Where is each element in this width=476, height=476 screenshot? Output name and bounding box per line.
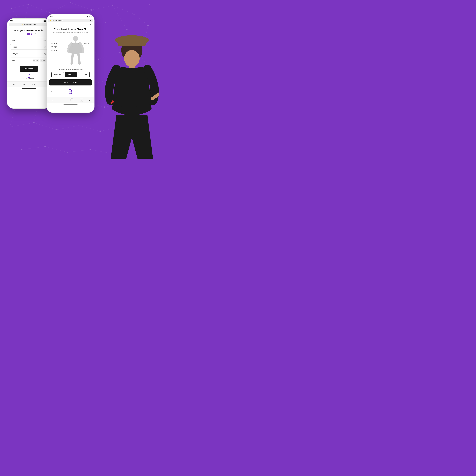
weight-label: Weight (12, 52, 44, 55)
fit-label-chest-left: Just Right (51, 46, 57, 48)
status-bar-back: 3:30 ▮▮▮ ▲ (7, 19, 51, 22)
weight-field[interactable]: Weight kg (10, 51, 48, 56)
body-figure-svg (63, 35, 88, 67)
unit-toggle[interactable]: imperial metric (10, 33, 48, 35)
phone-front: 3:30 ▮▮▮ ▲ ▪▪ 🔒 boldmetrics.com ⬆ ✕ Your… (47, 14, 95, 113)
svg-line-97 (45, 147, 68, 152)
svg-line-56 (113, 6, 134, 14)
svg-line-88 (10, 123, 34, 127)
svg-line-52 (28, 4, 49, 13)
home-indicator-back (22, 88, 36, 89)
cup-label: cup (41, 60, 44, 61)
fit-label-shoulder-left: Just Right (51, 42, 57, 44)
imperial-label: imperial (21, 33, 26, 35)
signal-icon-front: ▮▮▮ (85, 16, 88, 17)
phone-back: 3:30 ▮▮▮ ▲ 🔒 boldmetrics.com Input your … (7, 18, 51, 109)
add-nav-btn-front[interactable]: + (70, 98, 74, 102)
svg-line-99 (90, 150, 113, 154)
svg-point-13 (105, 22, 106, 23)
toggle-track[interactable] (27, 33, 32, 35)
svg-line-75 (96, 78, 117, 83)
back-nav-btn[interactable]: ← (12, 83, 16, 86)
result-title-bold: Size S. (77, 28, 87, 31)
result-title-normal: Your best fit is a (54, 28, 77, 31)
lock-icon: 🔒 (22, 24, 24, 25)
band-chevron: ▾ (37, 60, 38, 61)
height-label: Height (12, 46, 44, 48)
figure-area: Just Right Just Right Just Right Just Ri… (49, 35, 92, 67)
svg-line-72 (120, 52, 141, 56)
svg-point-101 (73, 36, 78, 41)
explore-text: Explore how other sizes would fit: (49, 68, 92, 70)
continue-button[interactable]: CONTINUE (20, 66, 38, 72)
weight-unit: kg (44, 53, 46, 55)
bold-metrics-logo-front: BOLD METRICS (65, 89, 76, 96)
back-nav-btn-front[interactable]: ← (51, 98, 55, 102)
bm-logo-icon-back (27, 74, 31, 78)
svg-line-90 (56, 125, 79, 130)
bold-metrics-logo-back: BOLD METRICS (10, 74, 48, 79)
lock-icon-front: 🔒 (50, 20, 51, 21)
measurements-title: Input your measurements. (10, 29, 48, 32)
svg-line-100 (113, 148, 136, 154)
size-buttons-group: SIZE XS SIZE S SIZE M (49, 72, 92, 77)
tabs-nav-btn-front[interactable]: 1 (80, 99, 83, 102)
close-button[interactable]: ✕ (49, 23, 92, 26)
svg-line-86 (125, 99, 147, 103)
results-back-btn[interactable]: ← (50, 89, 54, 93)
browser-bar-front[interactable]: 🔒 boldmetrics.com ⬆ (48, 19, 93, 22)
dots-icon-front (89, 100, 90, 101)
forward-nav-btn-front[interactable]: → (61, 98, 64, 102)
svg-line-76 (117, 78, 138, 80)
bm-logo-text-back: BOLD METRICS (24, 78, 34, 79)
svg-line-71 (99, 52, 120, 59)
svg-line-91 (79, 125, 100, 131)
forward-nav-btn[interactable]: → (22, 83, 26, 86)
status-bar-front: 3:30 ▮▮▮ ▲ ▪▪ (47, 14, 94, 18)
browser-nav-back: ← → + 1 (7, 81, 51, 87)
fit-label-waist-left: Just Right (51, 50, 57, 51)
url-back: boldmetrics.com (24, 24, 35, 25)
svg-line-51 (11, 4, 28, 8)
toggle-thumb (30, 33, 32, 35)
svg-line-96 (21, 147, 45, 150)
age-unit: years (42, 39, 46, 41)
connector-line-1 (61, 43, 65, 43)
add-to-cart-button[interactable]: ADD TO CART (49, 79, 92, 85)
add-nav-btn[interactable]: + (33, 83, 36, 86)
svg-line-77 (138, 73, 152, 80)
tabs-nav-btn[interactable]: 1 (43, 83, 46, 86)
svg-line-92 (100, 127, 121, 131)
size-xs-button[interactable]: SIZE XS (51, 72, 64, 77)
results-screen: ✕ Your best fit is a Size S. Size recomm… (47, 23, 94, 97)
time-back: 3:30 (10, 20, 13, 22)
wifi-icon-front: ▲ (89, 16, 90, 17)
band-label: band (34, 60, 37, 61)
measurements-screen: Input your measurements. imperial metric… (7, 27, 51, 81)
fit-label-shoulder-right: Just Right (84, 42, 90, 44)
size-s-button[interactable]: SIZE S (65, 72, 77, 77)
svg-line-98 (68, 150, 90, 152)
age-field[interactable]: Age years (10, 38, 48, 43)
svg-line-93 (121, 124, 142, 127)
signal-icon: ▮▮▮ (43, 20, 46, 22)
svg-line-73 (141, 56, 152, 73)
result-title: Your best fit is a Size S. (49, 28, 92, 31)
browser-bar-back[interactable]: 🔒 boldmetrics.com (9, 23, 49, 26)
svg-line-89 (34, 123, 56, 130)
height-field[interactable]: Height cm (10, 44, 48, 50)
metric-label: metric (33, 33, 37, 35)
time-front: 3:30 (49, 16, 52, 17)
results-footer: ← BOLD METRICS (49, 87, 92, 96)
bra-band-select[interactable]: band ▾ (33, 59, 39, 62)
bra-field[interactable]: Bra band ▾ cup ▾ (10, 58, 48, 63)
svg-line-53 (49, 3, 70, 13)
svg-line-55 (92, 6, 113, 10)
age-label: Age (12, 39, 42, 41)
status-icons-front: ▮▮▮ ▲ ▪▪ (85, 16, 92, 17)
size-m-button[interactable]: SIZE M (78, 72, 90, 77)
bra-cup-select[interactable]: cup ▾ (40, 59, 46, 62)
result-subtitle: Size recommended based on intended fit b… (49, 32, 92, 34)
share-icon-front: ⬆ (90, 19, 91, 21)
cup-chevron: ▾ (44, 60, 45, 61)
